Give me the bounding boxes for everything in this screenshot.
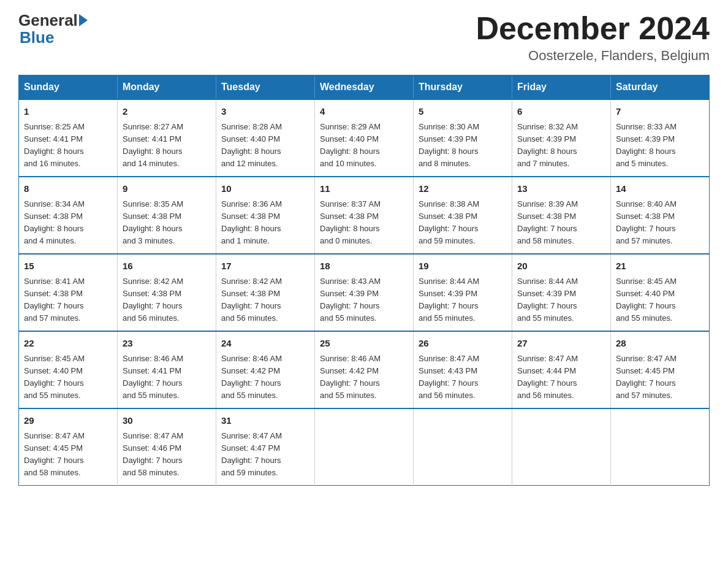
calendar-cell: 22Sunrise: 8:45 AM Sunset: 4:40 PM Dayli… [19,331,118,408]
calendar-cell: 31Sunrise: 8:47 AM Sunset: 4:47 PM Dayli… [216,408,315,486]
calendar-week-row: 22Sunrise: 8:45 AM Sunset: 4:40 PM Dayli… [19,331,710,408]
calendar-cell [611,408,710,486]
calendar-week-row: 8Sunrise: 8:34 AM Sunset: 4:38 PM Daylig… [19,177,710,254]
calendar-cell: 27Sunrise: 8:47 AM Sunset: 4:44 PM Dayli… [512,331,611,408]
calendar-cell: 14Sunrise: 8:40 AM Sunset: 4:38 PM Dayli… [611,177,710,254]
day-number: 18 [320,259,408,274]
calendar-cell: 3Sunrise: 8:28 AM Sunset: 4:40 PM Daylig… [216,99,315,177]
calendar-cell: 12Sunrise: 8:38 AM Sunset: 4:38 PM Dayli… [414,177,512,254]
calendar-week-row: 1Sunrise: 8:25 AM Sunset: 4:41 PM Daylig… [19,99,710,177]
day-number: 7 [616,105,704,119]
day-info: Sunrise: 8:45 AM Sunset: 4:40 PM Dayligh… [616,275,704,325]
logo-general-text: General [18,12,78,28]
day-number: 1 [24,105,112,119]
day-info: Sunrise: 8:44 AM Sunset: 4:39 PM Dayligh… [419,275,507,325]
weekday-header-monday: Monday [118,75,216,100]
day-info: Sunrise: 8:36 AM Sunset: 4:38 PM Dayligh… [221,198,309,248]
calendar-cell: 16Sunrise: 8:42 AM Sunset: 4:38 PM Dayli… [118,254,216,331]
location: Oosterzele, Flanders, Belgium [476,48,710,64]
day-number: 30 [123,414,211,428]
calendar-cell: 15Sunrise: 8:41 AM Sunset: 4:38 PM Dayli… [19,254,118,331]
day-number: 15 [24,259,112,274]
day-number: 3 [221,105,309,119]
day-info: Sunrise: 8:47 AM Sunset: 4:44 PM Dayligh… [517,353,605,402]
day-number: 2 [123,105,211,119]
day-info: Sunrise: 8:38 AM Sunset: 4:38 PM Dayligh… [419,198,507,248]
calendar-cell [414,408,512,486]
day-number: 17 [221,259,309,274]
calendar-cell: 28Sunrise: 8:47 AM Sunset: 4:45 PM Dayli… [611,331,710,408]
month-title: December 2024 [476,12,710,44]
page-header: General Blue December 2024 Oosterzele, F… [18,12,710,64]
day-info: Sunrise: 8:27 AM Sunset: 4:41 PM Dayligh… [123,121,211,170]
title-area: December 2024 Oosterzele, Flanders, Belg… [476,12,710,64]
calendar-week-row: 15Sunrise: 8:41 AM Sunset: 4:38 PM Dayli… [19,254,710,331]
day-info: Sunrise: 8:25 AM Sunset: 4:41 PM Dayligh… [24,121,112,170]
calendar-cell: 26Sunrise: 8:47 AM Sunset: 4:43 PM Dayli… [414,331,512,408]
day-number: 27 [517,337,605,351]
day-info: Sunrise: 8:46 AM Sunset: 4:41 PM Dayligh… [123,353,211,402]
day-info: Sunrise: 8:47 AM Sunset: 4:43 PM Dayligh… [419,353,507,402]
calendar-cell: 30Sunrise: 8:47 AM Sunset: 4:46 PM Dayli… [118,408,216,486]
day-info: Sunrise: 8:47 AM Sunset: 4:46 PM Dayligh… [123,430,211,480]
calendar-cell: 18Sunrise: 8:43 AM Sunset: 4:39 PM Dayli… [315,254,414,331]
day-number: 5 [419,105,507,119]
calendar-cell: 1Sunrise: 8:25 AM Sunset: 4:41 PM Daylig… [19,99,118,177]
day-info: Sunrise: 8:39 AM Sunset: 4:38 PM Dayligh… [517,198,605,248]
calendar-cell: 11Sunrise: 8:37 AM Sunset: 4:38 PM Dayli… [315,177,414,254]
calendar-cell: 2Sunrise: 8:27 AM Sunset: 4:41 PM Daylig… [118,99,216,177]
day-info: Sunrise: 8:47 AM Sunset: 4:47 PM Dayligh… [221,430,309,480]
day-info: Sunrise: 8:35 AM Sunset: 4:38 PM Dayligh… [123,198,211,248]
day-number: 19 [419,259,507,274]
calendar-cell: 29Sunrise: 8:47 AM Sunset: 4:45 PM Dayli… [19,408,118,486]
weekday-header-sunday: Sunday [19,75,118,100]
day-number: 21 [616,259,704,274]
day-number: 10 [221,182,309,196]
calendar-cell: 20Sunrise: 8:44 AM Sunset: 4:39 PM Dayli… [512,254,611,331]
day-info: Sunrise: 8:28 AM Sunset: 4:40 PM Dayligh… [221,121,309,170]
day-number: 12 [419,182,507,196]
weekday-header-friday: Friday [512,75,611,100]
calendar-week-row: 29Sunrise: 8:47 AM Sunset: 4:45 PM Dayli… [19,408,710,486]
calendar-cell [512,408,611,486]
day-info: Sunrise: 8:42 AM Sunset: 4:38 PM Dayligh… [221,275,309,325]
calendar-cell: 6Sunrise: 8:32 AM Sunset: 4:39 PM Daylig… [512,99,611,177]
day-number: 28 [616,337,704,351]
day-number: 13 [517,182,605,196]
weekday-header-saturday: Saturday [611,75,710,100]
calendar-cell: 24Sunrise: 8:46 AM Sunset: 4:42 PM Dayli… [216,331,315,408]
day-number: 23 [123,337,211,351]
calendar-cell: 9Sunrise: 8:35 AM Sunset: 4:38 PM Daylig… [118,177,216,254]
logo: General Blue [18,12,89,47]
day-info: Sunrise: 8:29 AM Sunset: 4:40 PM Dayligh… [320,121,408,170]
day-info: Sunrise: 8:43 AM Sunset: 4:39 PM Dayligh… [320,275,408,325]
day-number: 6 [517,105,605,119]
day-info: Sunrise: 8:41 AM Sunset: 4:38 PM Dayligh… [24,275,112,325]
day-info: Sunrise: 8:45 AM Sunset: 4:40 PM Dayligh… [24,353,112,402]
calendar-cell: 17Sunrise: 8:42 AM Sunset: 4:38 PM Dayli… [216,254,315,331]
calendar-cell: 19Sunrise: 8:44 AM Sunset: 4:39 PM Dayli… [414,254,512,331]
day-number: 16 [123,259,211,274]
calendar-cell [315,408,414,486]
day-number: 25 [320,337,408,351]
calendar-cell: 23Sunrise: 8:46 AM Sunset: 4:41 PM Dayli… [118,331,216,408]
logo-arrow-icon [79,14,88,26]
day-info: Sunrise: 8:42 AM Sunset: 4:38 PM Dayligh… [123,275,211,325]
day-number: 26 [419,337,507,351]
weekday-header-thursday: Thursday [414,75,512,100]
day-info: Sunrise: 8:40 AM Sunset: 4:38 PM Dayligh… [616,198,704,248]
day-number: 24 [221,337,309,351]
day-info: Sunrise: 8:47 AM Sunset: 4:45 PM Dayligh… [24,430,112,480]
day-info: Sunrise: 8:34 AM Sunset: 4:38 PM Dayligh… [24,198,112,248]
day-info: Sunrise: 8:37 AM Sunset: 4:38 PM Dayligh… [320,198,408,248]
calendar-cell: 7Sunrise: 8:33 AM Sunset: 4:39 PM Daylig… [611,99,710,177]
day-number: 4 [320,105,408,119]
calendar-cell: 5Sunrise: 8:30 AM Sunset: 4:39 PM Daylig… [414,99,512,177]
calendar-table: SundayMondayTuesdayWednesdayThursdayFrid… [18,75,710,486]
day-info: Sunrise: 8:47 AM Sunset: 4:45 PM Dayligh… [616,353,704,402]
day-info: Sunrise: 8:44 AM Sunset: 4:39 PM Dayligh… [517,275,605,325]
day-number: 8 [24,182,112,196]
calendar-cell: 25Sunrise: 8:46 AM Sunset: 4:42 PM Dayli… [315,331,414,408]
calendar-cell: 10Sunrise: 8:36 AM Sunset: 4:38 PM Dayli… [216,177,315,254]
day-info: Sunrise: 8:46 AM Sunset: 4:42 PM Dayligh… [221,353,309,402]
